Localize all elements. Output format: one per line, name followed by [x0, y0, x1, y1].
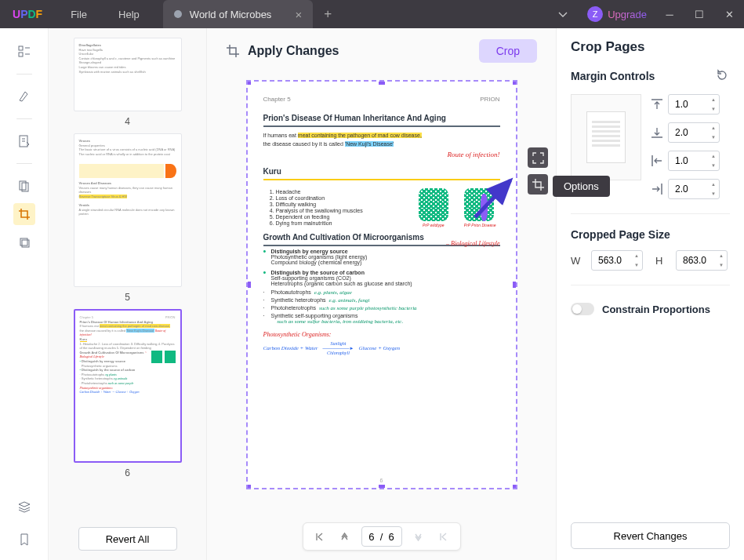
prev-page-button[interactable]	[336, 528, 354, 545]
revert-all-button[interactable]: Revert All	[78, 527, 177, 551]
svg-rect-9	[20, 238, 27, 245]
page-crop-area[interactable]: Chapter 5PRION Prion's Disease Of Human …	[246, 80, 517, 489]
revert-changes-button[interactable]: Revert Changes	[571, 522, 730, 549]
stepper-down[interactable]: ▼	[709, 133, 718, 142]
left-toolbar	[0, 28, 49, 560]
margin-right-icon	[651, 183, 663, 195]
prion-images: PrP wildtype PrP Prion Disease	[419, 188, 496, 228]
crop-header-icon	[226, 44, 240, 58]
layers-icon[interactable]	[13, 496, 35, 518]
kuru-list: HeadacheLoss of coordinationDifficulty w…	[276, 188, 419, 227]
margin-preview	[571, 94, 641, 180]
options-tooltip: Options	[553, 176, 610, 197]
menu-file[interactable]: File	[55, 9, 103, 20]
stepper-down[interactable]: ▼	[709, 161, 718, 170]
thumbnail-5[interactable]: VirusesGeneral propertiesThe basic struc…	[74, 133, 182, 303]
stepper-down[interactable]: ▼	[709, 189, 718, 198]
crop-handle-ne[interactable]	[513, 80, 517, 85]
menu-help[interactable]: Help	[103, 9, 155, 20]
stepper-up[interactable]: ▲	[709, 180, 718, 189]
apply-changes-label: Apply Changes	[248, 44, 339, 58]
fit-screen-icon[interactable]	[528, 147, 548, 168]
last-page-button[interactable]	[435, 528, 452, 545]
crop-handle-s[interactable]	[379, 485, 385, 489]
upgrade-button[interactable]: Z Upgrade	[579, 6, 655, 22]
upgrade-label: Upgrade	[608, 9, 647, 20]
page-heading: Prion's Disease Of Human Inheritance And…	[263, 114, 500, 127]
constrain-label: Constrain Proportions	[602, 304, 710, 315]
options-icon[interactable]	[528, 174, 548, 195]
crop-handle-e[interactable]	[513, 282, 517, 288]
page-input[interactable]	[361, 526, 402, 547]
margin-controls-label: Margin Controls	[571, 70, 655, 82]
document-tab[interactable]: World of Microbes ×	[163, 0, 313, 28]
page-heading: Kuru	[263, 167, 500, 180]
pager	[303, 522, 461, 551]
maximize-button[interactable]: ☐	[684, 9, 714, 20]
thumb-number: 4	[74, 116, 182, 127]
thumb-number: 6	[74, 467, 182, 478]
svg-rect-1	[19, 53, 23, 56]
tab-close-icon[interactable]: ×	[295, 8, 302, 21]
margin-bottom-icon	[651, 126, 663, 139]
avatar: Z	[587, 6, 603, 22]
cropped-size-label: Cropped Page Size	[571, 228, 730, 241]
thumb-number: 5	[74, 292, 182, 303]
thumbnail-4[interactable]: DinoflagellatesHave two flagellaUnicellu…	[74, 38, 182, 127]
stepper-up[interactable]: ▲	[717, 251, 726, 260]
titlebar: UPDF File Help World of Microbes × + Z U…	[0, 0, 744, 28]
stepper-up[interactable]: ▲	[709, 151, 718, 161]
crop-handle-nw[interactable]	[246, 80, 251, 85]
pages-icon[interactable]	[13, 175, 35, 197]
tab-add-button[interactable]: +	[313, 6, 343, 22]
first-page-button[interactable]	[311, 528, 328, 545]
tab-list-button[interactable]	[546, 0, 579, 28]
thumbnail-6[interactable]: Chapter 5PRIONPrion's Disease Of Human I…	[74, 309, 182, 478]
next-page-button[interactable]	[410, 528, 427, 545]
crop-handle-w[interactable]	[246, 282, 251, 288]
center-area: Apply Changes Crop Chapter 5PRION Prion'…	[207, 28, 556, 560]
stepper-down[interactable]: ▼	[632, 260, 641, 270]
reset-margins-icon[interactable]	[716, 69, 730, 83]
crop-icon[interactable]	[13, 203, 35, 225]
tab-title: World of Microbes	[190, 9, 272, 20]
crop-handle-sw[interactable]	[246, 485, 251, 489]
svg-rect-0	[19, 46, 23, 50]
margin-left-icon	[651, 155, 663, 167]
rotate-icon[interactable]	[13, 231, 35, 253]
close-button[interactable]: ✕	[714, 9, 744, 20]
stepper-up[interactable]: ▲	[709, 95, 718, 104]
stepper-up[interactable]: ▲	[632, 251, 641, 260]
constrain-toggle[interactable]	[571, 303, 594, 315]
thumbnails-panel: DinoflagellatesHave two flagellaUnicellu…	[49, 28, 207, 560]
height-label: H	[655, 255, 670, 267]
minimize-button[interactable]: ─	[655, 9, 684, 20]
stepper-up[interactable]: ▲	[709, 123, 718, 133]
crop-handle-se[interactable]	[513, 485, 517, 489]
crop-handle-n[interactable]	[379, 80, 385, 85]
separator	[16, 74, 32, 75]
panel-title: Crop Pages	[571, 39, 730, 55]
highlight-icon[interactable]	[13, 85, 35, 107]
right-panel: Crop Pages Margin Controls ▲▼ ▲▼ ▲▼ ▲▼ C…	[556, 28, 744, 560]
thumbnail-icon[interactable]	[13, 41, 35, 63]
stepper-down[interactable]: ▼	[709, 104, 718, 114]
svg-rect-10	[22, 240, 29, 247]
crop-button[interactable]: Crop	[479, 39, 537, 63]
app-logo: UPDF	[0, 8, 55, 20]
tab-doc-icon	[174, 10, 182, 18]
bookmark-icon[interactable]	[13, 529, 35, 551]
separator	[16, 163, 32, 164]
stepper-down[interactable]: ▼	[717, 260, 726, 270]
margin-top-icon	[651, 98, 663, 111]
edit-icon[interactable]	[13, 130, 35, 152]
separator	[16, 118, 32, 119]
width-label: W	[571, 255, 585, 267]
